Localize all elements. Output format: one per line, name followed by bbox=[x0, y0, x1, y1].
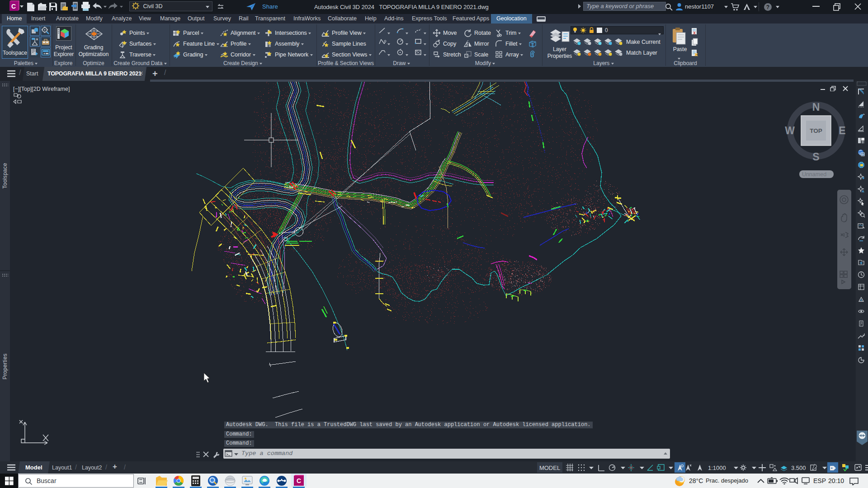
svg-text:3.500: 3.500 bbox=[791, 465, 806, 471]
svg-text:C: C bbox=[11, 3, 16, 10]
svg-text:N: N bbox=[812, 101, 820, 113]
svg-text:0: 0 bbox=[605, 27, 608, 33]
svg-text:?: ? bbox=[766, 4, 769, 10]
svg-text:1:1000: 1:1000 bbox=[708, 465, 726, 471]
svg-text:S: S bbox=[812, 151, 819, 163]
svg-text:MODEL: MODEL bbox=[539, 465, 560, 471]
svg-text:Unnamed: Unnamed bbox=[802, 171, 826, 178]
svg-text:E: E bbox=[839, 125, 845, 136]
svg-text:A: A bbox=[862, 189, 864, 193]
svg-text:C: C bbox=[297, 477, 301, 484]
svg-text:TOP: TOP bbox=[810, 127, 822, 134]
svg-text:W: W bbox=[785, 125, 795, 136]
